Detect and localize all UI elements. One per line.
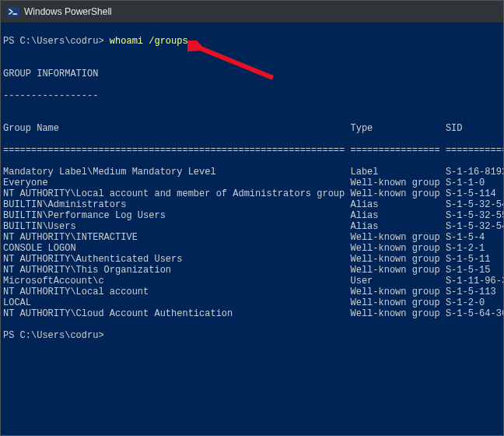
- table-row: NT AUTHORITY\Local account Well-known gr…: [3, 287, 501, 297]
- table-row: BUILTIN\Administrators Alias S-1-5-32-54…: [3, 199, 501, 210]
- powershell-icon: [7, 5, 19, 18]
- table-row: MicrosoftAccount\c User S-1-11-96-362345…: [3, 276, 501, 287]
- column-separators: ========================================…: [3, 145, 501, 156]
- table-row: Mandatory Label\Medium Mandatory Level L…: [3, 167, 501, 178]
- powershell-window: Windows PowerShell PS C:\Users\codru> wh…: [0, 0, 504, 436]
- svg-rect-0: [7, 7, 19, 16]
- table-row: NT AUTHORITY\Authenticated Users Well-kn…: [3, 254, 501, 265]
- table-row: NT AUTHORITY\This Organization Well-know…: [3, 265, 501, 276]
- section-underline: -----------------: [3, 90, 501, 101]
- table-row: BUILTIN\Performance Log Users Alias S-1-…: [3, 210, 501, 221]
- annotation-arrow-icon: [187, 40, 289, 87]
- column-headers: Group Name Type SID: [3, 123, 501, 134]
- table-row: NT AUTHORITY\INTERACTIVE Well-known grou…: [3, 232, 501, 243]
- section-header: GROUP INFORMATION: [3, 69, 501, 79]
- table-row: NT AUTHORITY\Cloud Account Authenticatio…: [3, 308, 501, 319]
- titlebar[interactable]: Windows PowerShell: [1, 1, 503, 23]
- window-title: Windows PowerShell: [24, 6, 112, 17]
- table-row: LOCAL Well-known group S-1-2-0: [3, 297, 501, 308]
- prompt: PS C:\Users\codru>: [3, 36, 110, 47]
- entered-command: whoami /groups: [110, 36, 188, 47]
- terminal-area[interactable]: PS C:\Users\codru> whoami /groups GROUP …: [1, 23, 503, 435]
- command-line: PS C:\Users\codru> whoami /groups: [3, 36, 501, 47]
- prompt-line: PS C:\Users\codru>: [3, 330, 501, 341]
- table-row: BUILTIN\Users Alias S-1-5-32-545: [3, 221, 501, 232]
- table-row: CONSOLE LOGON Well-known group S-1-2-1: [3, 243, 501, 254]
- table-row: Everyone Well-known group S-1-1-0: [3, 178, 501, 188]
- table-row: NT AUTHORITY\Local account and member of…: [3, 188, 501, 199]
